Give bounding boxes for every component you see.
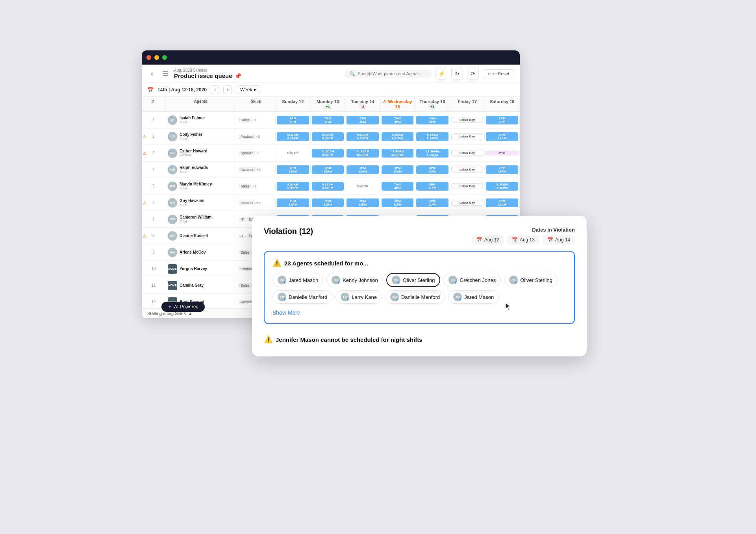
refresh-button[interactable]: ↻ <box>451 68 463 80</box>
shift-cell: Labor Day <box>450 149 485 157</box>
agent-cell: GH Guy Hawkins Male <box>165 197 236 209</box>
agent-chip-gretchen-jones[interactable]: GJ Gretchen Jones <box>443 273 501 287</box>
shift-cell: 7AM4PM <box>276 115 311 125</box>
prev-week-button[interactable]: ‹ <box>211 85 219 94</box>
agent-gender: Female <box>180 153 208 157</box>
agent-cell: RE Ralph Edwards Male <box>165 163 236 176</box>
window-topbar <box>142 50 520 65</box>
table-row: 1 IP Isaiah Palmer Male Sales +1 7AM4PM … <box>142 112 520 128</box>
agents-grid: JM Jared Mason KJ Kenny Johnson OS Olive… <box>272 273 566 304</box>
shift-cell: 9:30AM6:30PM <box>345 132 380 142</box>
week-label: Week <box>240 87 252 93</box>
skill-plus: +2 <box>257 168 261 172</box>
agent-chip-oliver-sterling-1[interactable]: OS Oliver Sterling <box>386 273 441 287</box>
agent-name: Arlene McCoy <box>180 250 206 254</box>
search-box: 🔍 <box>345 70 432 78</box>
minimize-dot[interactable] <box>154 55 159 60</box>
agent-chip-danielle-manford-1[interactable]: DM Danielle Manford <box>272 290 332 304</box>
skills-cell: Product +2 <box>236 133 276 141</box>
agent-info: Cameron William Male <box>180 215 211 223</box>
date-badge-aug13[interactable]: 📅 Aug 13 <box>507 235 539 245</box>
header-sat: Saturday 18 <box>485 97 520 111</box>
chip-avatar: GJ <box>448 276 457 284</box>
dates-label: Dates in Violation <box>532 227 575 233</box>
avatar: ACME <box>168 264 177 274</box>
window-subtitle: Aug. 2020 Schdule <box>174 68 241 72</box>
violation-item-header: ⚠️ 23 Agents scheduled for mo... <box>272 259 566 267</box>
chip-avatar: OS <box>392 276 400 284</box>
shift-block: 7AM4PM <box>382 182 414 191</box>
agent-name: Cameron William <box>180 215 211 219</box>
thu-badge: +1 <box>428 104 436 109</box>
window-title: Product issue queue 📌 <box>174 72 241 79</box>
menu-button[interactable]: ☰ <box>161 69 170 78</box>
avatar: CW <box>168 215 177 224</box>
next-week-button[interactable]: › <box>223 85 232 94</box>
date-badge-aug12[interactable]: 📅 Aug 12 <box>472 235 504 245</box>
avatar: IP <box>168 115 177 125</box>
agent-chip-oliver-sterling-2[interactable]: OS Oliver Sterling <box>504 273 558 287</box>
maximize-dot[interactable] <box>162 55 167 60</box>
dayoff-block: Day Off <box>346 184 379 189</box>
date-badges: 📅 Aug 12 📅 Aug 13 📅 Aug 14 <box>472 235 575 245</box>
shift-cell: Labor Day <box>450 166 485 173</box>
shift-cell: 3PM12AM <box>380 165 415 175</box>
header-fri: Friday 17 <box>450 97 485 111</box>
holiday-block: Labor Day <box>451 150 484 156</box>
agent-info: Cody Fisher Male <box>180 132 202 141</box>
pin-icon: 📌 <box>235 73 241 79</box>
violation-title: Violation (12) <box>264 227 313 236</box>
agent-info: Isaiah Palmer Male <box>180 116 205 124</box>
chip-avatar: JM <box>453 293 462 301</box>
week-select[interactable]: Week ▾ <box>236 85 260 94</box>
filter-button[interactable]: ⚡ <box>435 68 447 80</box>
shift-block: 2PM11PM <box>346 198 379 207</box>
chip-avatar: DM <box>278 293 286 301</box>
shift-block: 9:30AM6:30PM <box>346 132 379 141</box>
shift-cell: 2PM11PM <box>345 198 380 208</box>
skill-tag: Sales <box>239 283 252 288</box>
row-num: ⚠6 <box>142 199 165 206</box>
agent-gender: Male <box>180 137 202 141</box>
row-num: 5 <box>142 182 165 190</box>
shift-cell: PTO <box>485 150 520 156</box>
shift-cell: 9:30AM6:30PM <box>485 181 520 191</box>
agent-chip-larry-kane[interactable]: LK Larry Kane <box>335 290 382 304</box>
sync-button[interactable]: ⟳ <box>467 68 479 80</box>
avatar: ACME <box>168 281 177 290</box>
agent-chip-jared-mason-2[interactable]: JM Jared Mason <box>448 290 499 304</box>
date-badge-aug14[interactable]: 📅 Aug 14 <box>543 235 575 245</box>
date-label: 14th | Aug 12-18, 2020 <box>158 87 207 93</box>
reset-button[interactable]: ↩ ↩ Reset <box>483 69 514 78</box>
shift-block: 11:30AM8:30PM <box>416 149 448 158</box>
warning-icon: ⚠ <box>143 134 146 139</box>
agent-chip-danielle-manford-2[interactable]: DM Danielle Manford <box>385 290 445 304</box>
close-dot[interactable] <box>146 55 151 60</box>
avatar: GH <box>168 198 177 208</box>
agent-info: Guy Hawkins Male <box>180 198 204 207</box>
chip-avatar: KJ <box>332 276 340 284</box>
violation-panel: Violation (12) Dates in Violation 📅 Aug … <box>252 216 587 356</box>
shift-block: 2PM11PM <box>312 198 344 207</box>
shift-cell: 3PM12AM <box>415 165 450 175</box>
show-more-button[interactable]: Show More <box>272 310 300 316</box>
agent-chip-kenny-johnson[interactable]: KJ Kenny Johnson <box>326 273 383 287</box>
agent-chip-jared-mason-1[interactable]: JM Jared Mason <box>272 273 323 287</box>
shift-block: 7AM4PM <box>382 116 414 124</box>
row-num: 7 <box>142 215 165 223</box>
search-input[interactable] <box>358 71 427 76</box>
shift-block: 7AM4PM <box>312 116 344 124</box>
shift-block: 3PM12AM <box>486 198 518 207</box>
shift-cell: Labor Day <box>450 133 485 140</box>
agent-name: Guy Hawkins <box>180 198 204 203</box>
row-num: 9 <box>142 248 165 256</box>
agent-name: Marvin McKinney <box>180 182 212 186</box>
shift-block: 9:30AM6:30PM <box>382 132 414 141</box>
back-button[interactable]: ‹ <box>147 69 157 78</box>
avatar: MM <box>168 182 177 191</box>
reset-label: ↩ Reset <box>493 71 509 76</box>
header-sun: Sunday 12 <box>276 97 311 111</box>
chevron-down-icon: ▾ <box>254 87 256 93</box>
agent-name: Camilla Gray <box>180 283 204 287</box>
chip-name: Danielle Manford <box>289 294 327 300</box>
